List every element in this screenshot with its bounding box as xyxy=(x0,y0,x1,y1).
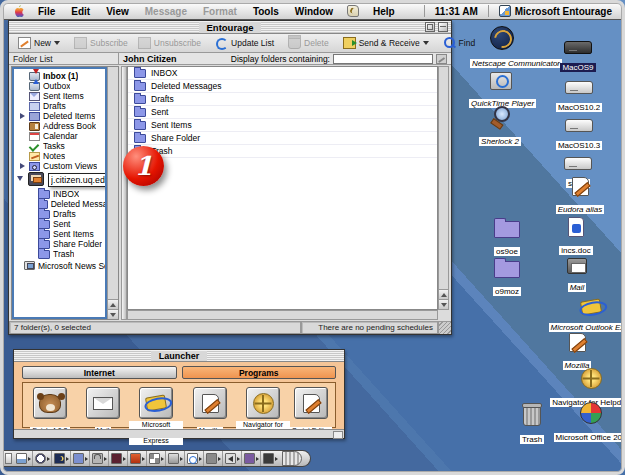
menu-help[interactable]: Help xyxy=(365,6,403,17)
module-energy-saver[interactable] xyxy=(52,451,71,466)
resize-grip[interactable] xyxy=(438,322,451,334)
application-menu[interactable]: Microsoft Entourage xyxy=(495,5,616,17)
scroll-down-button[interactable] xyxy=(108,309,118,319)
account-name-field[interactable] xyxy=(48,173,107,187)
module-color-depth[interactable] xyxy=(128,451,147,466)
subscribe-label: Subscribe xyxy=(90,38,128,48)
subscribe-button[interactable]: Subscribe xyxy=(69,35,133,51)
module-printing[interactable] xyxy=(109,451,128,466)
script-menu-icon[interactable] xyxy=(347,5,359,17)
new-button[interactable]: New xyxy=(13,35,65,51)
module-sound-input[interactable] xyxy=(242,451,261,466)
desktop-icon-eudora[interactable]: Eudora alias xyxy=(548,170,612,216)
sidebar-item-sent-items[interactable]: Sent Items xyxy=(14,91,105,101)
folder-row-sent-items[interactable]: Sent Items xyxy=(128,119,437,132)
tree-item-sent[interactable]: Sent xyxy=(14,219,105,229)
calendar-icon xyxy=(29,132,40,141)
sidebar-item-outbox[interactable]: Outbox xyxy=(14,81,105,91)
dropdown-arrow-icon xyxy=(423,41,429,45)
launcher-horizontal-scrollbar[interactable] xyxy=(14,429,344,438)
disk-icon xyxy=(565,81,593,94)
module-monitor-resolution[interactable] xyxy=(147,451,166,466)
zoom-box-button[interactable] xyxy=(425,22,435,32)
sidebar-item-news-server[interactable]: Microsoft News Server xyxy=(14,259,105,272)
filter-input[interactable] xyxy=(333,54,433,64)
find-label: Find xyxy=(459,38,476,48)
sidebar-item-notes[interactable]: Notes xyxy=(14,151,105,161)
scroll-down-button[interactable] xyxy=(439,299,448,309)
sidebar-item-custom-views[interactable]: Custom Views xyxy=(14,161,105,171)
scroll-up-button[interactable] xyxy=(108,299,118,309)
desktop-icon-o9moz[interactable]: o9moz xyxy=(475,252,539,298)
disclosure-triangle-icon[interactable] xyxy=(20,163,25,169)
menu-view[interactable]: View xyxy=(98,6,137,17)
sidebar-item-calendar[interactable]: Calendar xyxy=(14,131,105,141)
delete-button[interactable]: Delete xyxy=(283,35,334,51)
sidebar-item-tasks[interactable]: Tasks xyxy=(14,141,105,151)
launcher-button[interactable] xyxy=(193,387,227,419)
folder-list-scrollbar[interactable] xyxy=(107,67,118,319)
sidebar-item-imap-account[interactable] xyxy=(14,171,105,189)
folder-row-inbox[interactable]: INBOX xyxy=(128,67,437,80)
send-receive-button[interactable]: Send & Receive xyxy=(338,35,434,51)
sidebar-item-deleted-items[interactable]: Deleted Items xyxy=(14,111,105,121)
unsubscribe-button[interactable]: Unsubscribe xyxy=(133,35,206,51)
sidebar-item-drafts[interactable]: Drafts xyxy=(14,101,105,111)
folder-row-trash[interactable]: Trash xyxy=(128,145,437,158)
main-vertical-scrollbar[interactable] xyxy=(438,66,449,310)
launcher-button[interactable] xyxy=(246,387,280,419)
menu-clock[interactable]: 11:31 AM xyxy=(431,6,482,17)
launcher-title-bar[interactable]: Launcher xyxy=(14,350,344,362)
disclosure-triangle-icon[interactable] xyxy=(20,113,25,119)
sidebar-item-address-book[interactable]: Address Book xyxy=(14,121,105,131)
collapse-box-button[interactable] xyxy=(438,22,448,32)
module-display[interactable] xyxy=(14,451,33,466)
update-list-icon xyxy=(215,37,228,49)
file-sharing-icon xyxy=(73,453,84,464)
launcher-item-outlook-express[interactable]: Microsoft Outlook Express xyxy=(129,387,183,447)
tree-item-deleted-messages[interactable]: Deleted Messages xyxy=(14,199,105,209)
tree-item-trash[interactable]: Trash xyxy=(14,249,105,259)
module-disk[interactable] xyxy=(261,451,280,466)
main-horizontal-scrollbar[interactable] xyxy=(127,310,438,320)
tree-item-sent-items[interactable]: Sent Items xyxy=(14,229,105,239)
folder-row-sent[interactable]: Sent xyxy=(128,106,437,119)
module-world-clock[interactable] xyxy=(33,451,52,466)
folder-row-deleted-messages[interactable]: Deleted Messages xyxy=(128,80,437,93)
scroll-up-button[interactable] xyxy=(439,289,448,299)
tree-item-share-folder[interactable]: Share Folder xyxy=(14,239,105,249)
desktop-icon-ms-office[interactable]: Microsoft Office 200 xyxy=(536,398,625,444)
window-title-bar[interactable]: Entourage xyxy=(9,21,451,34)
launcher-button[interactable] xyxy=(33,387,67,419)
module-file-sharing[interactable] xyxy=(71,451,90,466)
apple-menu-icon[interactable] xyxy=(13,5,24,18)
tab-programs[interactable]: Programs xyxy=(182,366,337,379)
folder-row-share-folder[interactable]: Share Folder xyxy=(128,132,437,145)
menu-tools[interactable]: Tools xyxy=(245,6,287,17)
menu-window[interactable]: Window xyxy=(287,6,341,17)
launcher-button[interactable] xyxy=(139,387,173,419)
menu-edit[interactable]: Edit xyxy=(63,6,98,17)
tree-item-drafts[interactable]: Drafts xyxy=(14,209,105,219)
module-security-lock[interactable] xyxy=(90,451,109,466)
launcher-button[interactable] xyxy=(86,387,120,419)
edit-filter-icon[interactable] xyxy=(436,54,447,64)
desktop-icon-sherlock[interactable]: Sherlock 2 xyxy=(468,102,532,148)
module-video-mirroring[interactable] xyxy=(204,451,223,466)
desktop-icon-label: Microsoft Office 200 xyxy=(554,433,625,442)
module-printer-selector[interactable] xyxy=(166,451,185,466)
folder-row-drafts[interactable]: Drafts xyxy=(128,93,437,106)
find-button[interactable]: Find xyxy=(438,35,481,51)
sidebar-item-inbox[interactable]: Inbox (1) xyxy=(14,71,105,81)
tab-internet[interactable]: Internet xyxy=(22,366,177,379)
control-strip-collapse-box[interactable] xyxy=(5,453,12,464)
module-sound-volume[interactable] xyxy=(223,451,242,466)
update-list-button[interactable]: Update List xyxy=(210,35,279,51)
printer-icon xyxy=(168,453,179,464)
disclosure-triangle-open-icon[interactable] xyxy=(17,176,23,181)
menu-file[interactable]: File xyxy=(30,6,63,17)
launcher-button[interactable] xyxy=(294,387,328,419)
tree-item-inbox[interactable]: INBOX xyxy=(14,189,105,199)
module-quicktime[interactable] xyxy=(185,451,204,466)
control-strip-tab-handle[interactable] xyxy=(282,451,302,466)
